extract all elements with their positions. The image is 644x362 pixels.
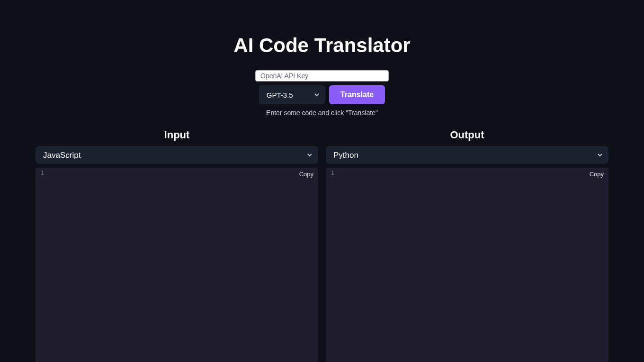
output-copy-button[interactable]: Copy [588, 170, 606, 179]
model-select[interactable]: GPT-3.5 [259, 85, 325, 104]
input-copy-button[interactable]: Copy [297, 170, 315, 179]
output-title: Output [326, 129, 608, 141]
api-key-input[interactable] [255, 70, 389, 81]
output-code-area[interactable] [337, 168, 608, 362]
panels-container: Input JavaScript 1 Copy Output Python [36, 129, 608, 362]
output-language-select-wrap: Python [326, 146, 608, 164]
input-panel: Input JavaScript 1 Copy [36, 129, 318, 362]
translate-button[interactable]: Translate [329, 85, 385, 104]
model-select-wrap: GPT-3.5 [259, 85, 325, 104]
output-panel: Output Python 1 Copy [326, 129, 608, 362]
input-editor: 1 Copy [36, 168, 318, 362]
input-language-select-wrap: JavaScript [36, 146, 318, 164]
output-editor: 1 Copy [326, 168, 608, 362]
output-line-gutter: 1 [326, 168, 337, 362]
input-line-gutter: 1 [36, 168, 47, 362]
line-number: 1 [38, 170, 44, 176]
input-language-select[interactable]: JavaScript [36, 146, 318, 164]
input-title: Input [36, 129, 318, 141]
input-code-area[interactable] [47, 168, 318, 362]
output-language-select[interactable]: Python [326, 146, 608, 164]
controls-row: GPT-3.5 Translate [259, 85, 385, 104]
line-number: 1 [329, 170, 334, 176]
page-title: AI Code Translator [233, 34, 410, 57]
hint-text: Enter some code and click "Translate" [266, 109, 378, 117]
